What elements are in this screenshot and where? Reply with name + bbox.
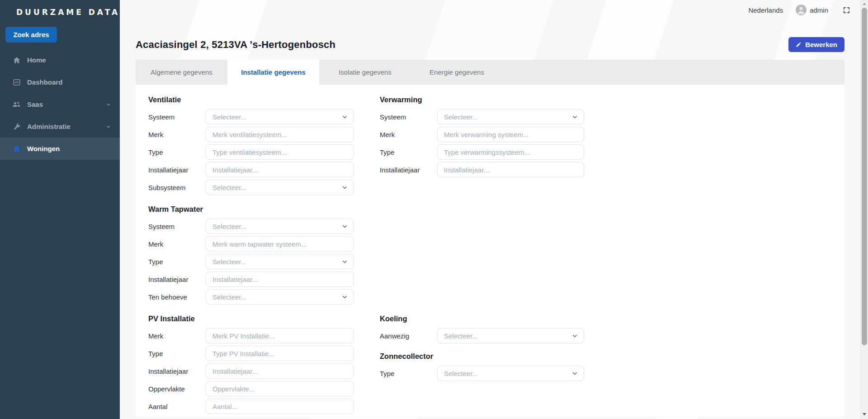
chevron-down-icon bbox=[571, 370, 578, 377]
section-verwarming: Verwarming Systeem Selecteer... Merk bbox=[380, 94, 584, 177]
verwarming-installatiejaar-input[interactable] bbox=[437, 162, 584, 177]
ventilatie-subsysteem-select[interactable]: Selecteer... bbox=[206, 180, 354, 195]
main-area: Nederlands admin Acaciasingel 2, 5213VA … bbox=[120, 0, 860, 419]
sidebar-item-label: Saas bbox=[27, 100, 43, 108]
sidebar-item-label: Woningen bbox=[27, 145, 60, 152]
page-head: Acaciasingel 2, 5213VA 's-Hertogenbosch … bbox=[120, 37, 860, 52]
pv-installatie-aantal-input[interactable] bbox=[206, 399, 354, 414]
tab-installatie-gegevens[interactable]: Installatie gegevens bbox=[227, 60, 319, 85]
form-row: Type bbox=[148, 346, 354, 361]
form-row: Merk bbox=[380, 127, 584, 142]
app-root: DUURZAME DATA Zoek adres Home Dashboard bbox=[0, 0, 868, 419]
section-warm-tapwater: Warm Tapwater Systeem Selecteer... Merk bbox=[148, 204, 354, 305]
tab-content-panel: Ventilatie Systeem Selecteer... Merk bbox=[136, 85, 844, 417]
top-header: Nederlands admin bbox=[120, 0, 860, 20]
field-label: Aanwezig bbox=[380, 332, 437, 340]
tab-energie-gegevens[interactable]: Energie gegevens bbox=[411, 60, 503, 85]
pv-installatie-installatiejaar-input[interactable] bbox=[206, 363, 354, 379]
sidebar-item-home[interactable]: Home bbox=[0, 49, 120, 71]
field-label: Type bbox=[148, 350, 206, 357]
warm-tapwater-installatiejaar-input[interactable] bbox=[206, 271, 354, 287]
form-row: Merk bbox=[148, 328, 354, 343]
fullscreen-icon[interactable] bbox=[843, 6, 850, 14]
dashboard-icon bbox=[12, 78, 21, 86]
user-avatar[interactable] bbox=[796, 5, 807, 15]
pv-installatie-type-input[interactable] bbox=[206, 346, 354, 361]
username-label[interactable]: admin bbox=[810, 6, 828, 14]
field-label: Type bbox=[380, 370, 437, 377]
ventilatie-systeem-select[interactable]: Selecteer... bbox=[206, 109, 354, 124]
section-pv-installatie: PV Installatie Merk Type Installatiejaar bbox=[148, 313, 354, 414]
sidebar-item-dashboard[interactable]: Dashboard bbox=[0, 71, 120, 93]
koeling-aanwezig-select[interactable]: Selecteer... bbox=[437, 328, 584, 343]
wrench-icon bbox=[12, 122, 21, 131]
form-row: Installatiejaar bbox=[148, 162, 354, 177]
language-selector[interactable]: Nederlands bbox=[748, 6, 783, 14]
form-row: Systeem Selecteer... bbox=[148, 109, 354, 124]
warm-tapwater-type-select[interactable]: Selecteer... bbox=[206, 254, 354, 269]
form-row: Systeem Selecteer... bbox=[148, 219, 354, 234]
form-row: Merk bbox=[148, 127, 354, 142]
pv-installatie-oppervlakte-input[interactable] bbox=[206, 381, 354, 396]
form-row: Aanwezig Selecteer... bbox=[380, 328, 584, 343]
column-cell: Warm Tapwater Systeem Selecteer... Merk bbox=[148, 204, 354, 307]
scrollbar-up-arrow-icon[interactable] bbox=[863, 3, 866, 5]
field-label: Merk bbox=[148, 240, 206, 248]
field-label: Oppervlakte bbox=[148, 385, 206, 393]
form-row: Type bbox=[148, 144, 354, 160]
sidebar-item-woningen[interactable]: Woningen bbox=[0, 138, 120, 160]
section-koeling: Koeling Aanwezig Selecteer... bbox=[380, 313, 584, 343]
search-address-button[interactable]: Zoek adres bbox=[5, 27, 57, 43]
home-icon bbox=[12, 56, 21, 64]
section-title: Zonnecollector bbox=[380, 351, 584, 362]
warm-tapwater-merk-input[interactable] bbox=[206, 236, 354, 252]
verwarming-merk-input[interactable] bbox=[437, 127, 584, 142]
ventilatie-type-input[interactable] bbox=[206, 144, 354, 160]
form-row: Merk bbox=[148, 236, 354, 252]
column-cell: Verwarming Systeem Selecteer... Merk bbox=[380, 94, 584, 180]
users-icon bbox=[12, 100, 21, 109]
chevron-down-icon bbox=[341, 184, 348, 191]
chevron-down-icon bbox=[341, 114, 348, 120]
sidebar-item-saas[interactable]: Saas bbox=[0, 93, 120, 115]
section-title: Ventilatie bbox=[148, 94, 354, 105]
form-row: Type Selecteer... bbox=[148, 254, 354, 269]
ventilatie-merk-input[interactable] bbox=[206, 127, 354, 142]
sidebar-item-administratie[interactable]: Administratie bbox=[0, 115, 120, 138]
chevron-down-icon bbox=[341, 223, 348, 230]
field-label: Systeem bbox=[380, 113, 437, 121]
chevron-down-icon bbox=[105, 101, 112, 108]
field-label: Ten behoeve bbox=[148, 293, 206, 301]
field-label: Installatiejaar bbox=[148, 367, 206, 375]
section-title: Verwarming bbox=[380, 94, 584, 105]
form-row: Ten behoeve Selecteer... bbox=[148, 289, 354, 305]
section-ventilatie: Ventilatie Systeem Selecteer... Merk bbox=[148, 94, 354, 195]
vertical-scrollbar[interactable] bbox=[860, 0, 868, 419]
field-label: Installatiejaar bbox=[148, 276, 206, 283]
scrollbar-down-arrow-icon[interactable] bbox=[863, 413, 866, 415]
page-title: Acaciasingel 2, 5213VA 's-Hertogenbosch bbox=[136, 39, 335, 51]
ventilatie-installatiejaar-input[interactable] bbox=[206, 162, 354, 177]
field-label: Merk bbox=[148, 332, 206, 340]
scrollbar-thumb[interactable] bbox=[862, 8, 867, 345]
pv-installatie-merk-input[interactable] bbox=[206, 328, 354, 343]
warm-tapwater-systeem-select[interactable]: Selecteer... bbox=[206, 219, 354, 234]
form-row: Subsysteem Selecteer... bbox=[148, 180, 354, 195]
field-label: Systeem bbox=[148, 223, 206, 230]
verwarming-systeem-select[interactable]: Selecteer... bbox=[437, 109, 584, 124]
chevron-down-icon bbox=[341, 294, 348, 300]
zonnecollector-type-select[interactable]: Selecteer... bbox=[437, 366, 584, 381]
section-title: Warm Tapwater bbox=[148, 204, 354, 214]
warm-tapwater-ten-behoeve-select[interactable]: Selecteer... bbox=[206, 289, 354, 305]
tab-algemene-gegevens[interactable]: Algemene gegevens bbox=[136, 60, 227, 85]
sidebar: DUURZAME DATA Zoek adres Home Dashboard bbox=[0, 0, 120, 419]
field-label: Aantal bbox=[148, 403, 206, 410]
chevron-down-icon bbox=[105, 124, 112, 130]
column-cell: PV Installatie Merk Type Installatiejaar bbox=[148, 313, 354, 416]
sidebar-item-label: Home bbox=[27, 56, 46, 64]
section-title: PV Installatie bbox=[148, 313, 354, 324]
verwarming-type-input[interactable] bbox=[437, 144, 584, 160]
edit-button[interactable]: Bewerken bbox=[788, 37, 844, 52]
field-label: Merk bbox=[380, 131, 437, 138]
tab-isolatie-gegevens[interactable]: Isolatie gegevens bbox=[319, 60, 411, 85]
